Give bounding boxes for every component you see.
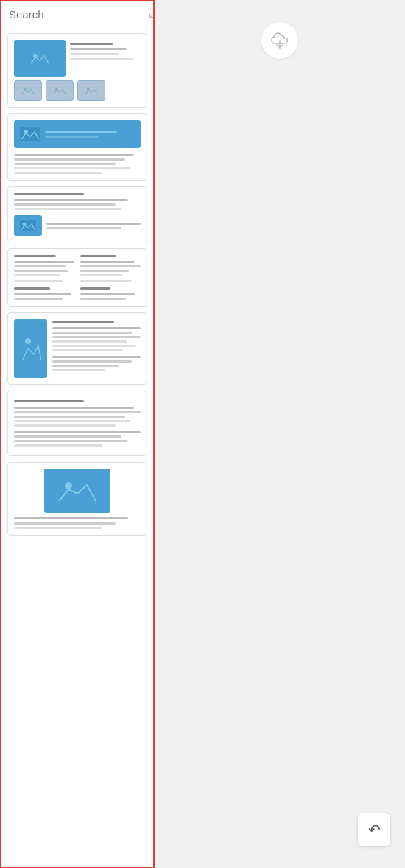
template-card-1[interactable] [7, 33, 147, 108]
template-card-3[interactable] [7, 186, 147, 242]
template-col-left [14, 255, 74, 300]
template-thumbnails [14, 80, 141, 101]
thumbnail-2 [46, 80, 74, 101]
canvas-area: ↶ [155, 0, 405, 868]
search-input[interactable] [9, 8, 149, 21]
template-card-7[interactable] [7, 462, 147, 536]
svg-rect-6 [84, 85, 99, 96]
search-bar: ⌕ [1, 1, 153, 27]
template-caption-lines [46, 223, 141, 229]
template-content-lines [52, 319, 141, 378]
svg-rect-8 [20, 127, 40, 141]
template-hero-image [14, 40, 66, 77]
template-banner [14, 120, 141, 148]
template-image-text-row [14, 215, 141, 236]
thumbnail-3 [77, 80, 105, 101]
svg-rect-14 [56, 476, 99, 505]
cloud-download-button[interactable] [261, 22, 298, 59]
template-tall-image [14, 319, 47, 378]
template-side-image [14, 215, 42, 236]
template-card-4[interactable] [7, 248, 147, 307]
undo-button[interactable]: ↶ [358, 813, 390, 846]
svg-rect-2 [21, 85, 35, 96]
template-text-area [14, 154, 141, 174]
cloud-download-icon [270, 32, 289, 49]
template-card-6[interactable] [7, 391, 147, 456]
svg-point-15 [65, 482, 72, 489]
svg-rect-12 [21, 331, 41, 366]
svg-rect-0 [28, 50, 52, 66]
undo-icon: ↶ [368, 821, 381, 839]
search-icon[interactable]: ⌕ [149, 7, 155, 21]
template-text-lines [70, 40, 141, 60]
template-panel: ⌕ [0, 0, 155, 868]
svg-rect-10 [20, 220, 36, 231]
svg-rect-4 [52, 85, 67, 96]
template-top-text [14, 193, 141, 210]
thumbnail-1 [14, 80, 42, 101]
template-center-image [44, 469, 110, 513]
template-bottom-lines [14, 517, 141, 529]
template-col-right [80, 255, 141, 300]
svg-point-13 [25, 338, 31, 344]
template-card-2[interactable] [7, 113, 147, 181]
template-list [1, 27, 153, 867]
template-card-5[interactable] [7, 312, 147, 385]
